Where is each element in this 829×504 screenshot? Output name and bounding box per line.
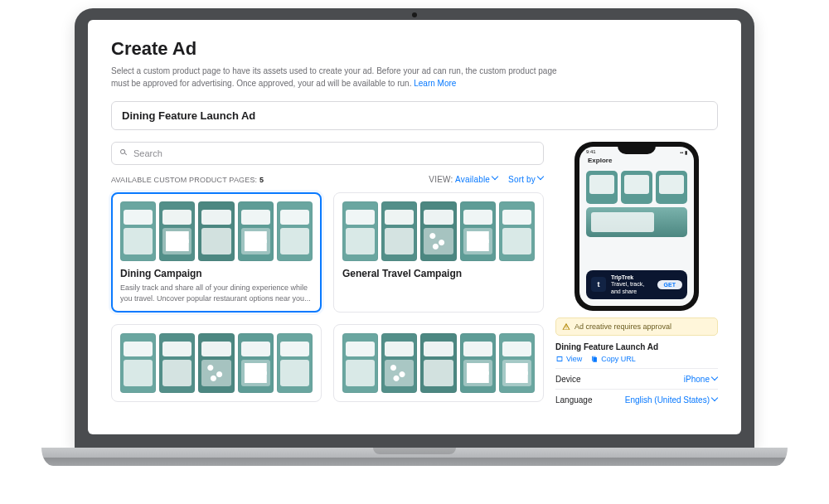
preview-ad-name: Dining Feature Launch Ad — [555, 342, 718, 351]
available-pages-label: AVAILABLE CUSTOM PRODUCT PAGES: 5 — [111, 176, 264, 184]
page-title: Create Ad — [111, 38, 718, 60]
app-name: TripTrek — [611, 274, 652, 281]
view-filter[interactable]: VIEW: Available — [429, 175, 498, 184]
app-screenshot — [460, 201, 496, 261]
approval-required-notice: Ad creative requires approval — [555, 317, 718, 336]
create-ad-page: Create Ad Select a custom product page t… — [88, 20, 741, 434]
ad-preview-pane: 9:41 •• ▮ Explore — [555, 142, 718, 405]
app-screenshot — [159, 333, 195, 393]
copy-url-link[interactable]: Copy URL — [590, 355, 636, 363]
app-screenshot — [586, 171, 618, 204]
page-description-text: Select a custom product page to have its… — [111, 66, 557, 88]
view-icon — [555, 355, 564, 363]
copy-url-label: Copy URL — [601, 355, 636, 363]
sort-by-label: Sort by — [508, 175, 536, 184]
ad-name-input[interactable]: Dining Feature Launch Ad — [111, 101, 718, 130]
card-title: Dining Campaign — [120, 268, 313, 279]
screenshot-row — [120, 201, 313, 261]
phone-time: 9:41 — [586, 149, 596, 155]
app-screenshot — [499, 333, 535, 393]
available-pages-label-text: AVAILABLE CUSTOM PRODUCT PAGES: — [111, 176, 257, 184]
list-filters: AVAILABLE CUSTOM PRODUCT PAGES: 5 VIEW: … — [111, 175, 544, 184]
sort-by-dropdown[interactable]: Sort by — [508, 175, 544, 184]
app-screenshot — [499, 201, 535, 261]
app-screenshot — [277, 333, 313, 393]
chevron-down-icon — [712, 397, 718, 403]
app-store-banner: t TripTrek Travel, track, and share GET — [586, 270, 687, 299]
laptop-lid: Create Ad Select a custom product page t… — [75, 8, 754, 448]
search-icon — [119, 148, 128, 159]
app-screenshot — [277, 201, 313, 261]
laptop-camera — [412, 12, 417, 17]
product-page-card-dining[interactable]: Dining Campaign Easily track and share a… — [111, 192, 322, 313]
get-button[interactable]: GET — [657, 280, 682, 289]
view-filter-label: VIEW: — [429, 175, 453, 184]
view-ad-link[interactable]: View — [555, 355, 582, 363]
app-screenshot — [198, 333, 234, 393]
product-page-card-travel[interactable]: General Travel Campaign — [333, 192, 544, 313]
app-screenshot — [381, 201, 417, 261]
phone-preview-frame: 9:41 •• ▮ Explore — [574, 142, 699, 311]
product-page-card[interactable] — [333, 324, 544, 402]
app-screenshot — [342, 333, 378, 393]
laptop-frame: Create Ad Select a custom product page t… — [75, 8, 754, 466]
app-screenshot — [420, 201, 456, 261]
screenshot-row — [342, 333, 535, 393]
product-page-list-pane: Search AVAILABLE CUSTOM PRODUCT PAGES: 5… — [111, 142, 544, 405]
language-label: Language — [555, 395, 593, 405]
app-icon: t — [591, 277, 606, 292]
laptop-base — [41, 448, 788, 466]
search-placeholder: Search — [133, 148, 162, 158]
laptop-screen: Create Ad Select a custom product page t… — [88, 20, 741, 434]
language-selector[interactable]: Language English (United States) — [555, 389, 718, 405]
app-screenshot — [621, 171, 652, 204]
warning-icon — [562, 322, 570, 331]
search-input[interactable]: Search — [111, 142, 544, 165]
chevron-down-icon — [492, 176, 498, 182]
approval-notice-text: Ad creative requires approval — [574, 322, 671, 331]
app-tagline: Travel, track, and share — [611, 281, 652, 295]
app-screenshot — [198, 201, 234, 261]
app-screenshot — [120, 333, 156, 393]
app-screenshot — [342, 201, 378, 261]
app-screenshot — [656, 171, 687, 204]
phone-preview-screen: 9:41 •• ▮ Explore — [579, 147, 694, 306]
phone-status-bar: 9:41 •• ▮ — [579, 147, 694, 155]
learn-more-link[interactable]: Learn More — [414, 79, 456, 88]
workbench: Search AVAILABLE CUSTOM PRODUCT PAGES: 5… — [111, 142, 718, 405]
app-screenshot — [238, 201, 274, 261]
product-page-cards: Dining Campaign Easily track and share a… — [111, 192, 544, 402]
app-screenshot — [420, 333, 456, 393]
app-screenshot — [460, 333, 496, 393]
app-screenshot — [120, 201, 156, 261]
device-label: Device — [555, 375, 581, 384]
phone-hero-wide — [586, 207, 687, 237]
phone-status-icons: •• ▮ — [680, 149, 687, 155]
copy-icon — [590, 355, 599, 363]
card-subtitle: Easily track and share all of your dinin… — [120, 283, 313, 303]
app-screenshot — [238, 333, 274, 393]
device-value: iPhone — [684, 375, 710, 384]
product-page-card[interactable] — [111, 324, 322, 402]
view-ad-label: View — [566, 355, 582, 363]
available-pages-count: 5 — [259, 176, 264, 184]
card-title: General Travel Campaign — [342, 268, 535, 279]
language-value: English (United States) — [625, 395, 710, 405]
screenshot-row — [342, 201, 535, 261]
app-screenshot — [159, 201, 195, 261]
device-selector[interactable]: Device iPhone — [555, 368, 718, 384]
view-filter-value: Available — [455, 175, 490, 184]
phone-hero-heading: Explore — [579, 155, 694, 164]
chevron-down-icon — [538, 176, 544, 182]
screenshot-row — [120, 333, 313, 393]
app-screenshot — [381, 333, 417, 393]
phone-hero-tiles — [579, 164, 694, 207]
chevron-down-icon — [712, 376, 718, 382]
page-description: Select a custom product page to have its… — [111, 65, 559, 90]
